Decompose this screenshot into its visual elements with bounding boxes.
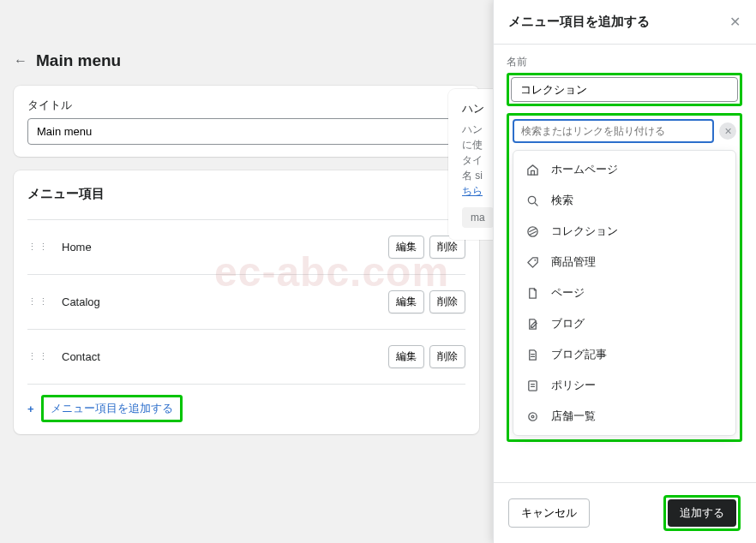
dropdown-option[interactable]: 店舗一覧 xyxy=(513,401,735,432)
cancel-button[interactable]: キャンセル xyxy=(508,498,590,528)
add-item-drawer: メニュー項目を追加する ✕ 名前 ✕ ホームページ 検索 コレクション 商品管理… xyxy=(493,0,756,543)
plus-icon: + xyxy=(27,403,34,415)
dropdown-option-label: ページ xyxy=(551,285,585,301)
name-field-label: 名前 xyxy=(507,55,742,69)
page-title: Main menu xyxy=(36,51,121,70)
title-card: タイトル xyxy=(14,86,479,157)
dropdown-option-label: ブログ xyxy=(551,316,585,331)
menu-item-name: Home xyxy=(62,241,92,254)
title-label: タイトル xyxy=(27,98,465,113)
page-header: ← Main menu xyxy=(14,51,479,70)
svg-point-5 xyxy=(531,415,534,418)
dropdown-option-label: 検索 xyxy=(551,193,573,208)
dropdown-option[interactable]: 検索 xyxy=(513,185,735,216)
dropdown-option-label: ポリシー xyxy=(551,378,596,393)
delete-button[interactable]: 削除 xyxy=(429,290,465,313)
policy-icon xyxy=(525,379,539,392)
delete-button[interactable]: 削除 xyxy=(429,345,465,368)
menu-item-row: ⋮⋮ Contact 編集 削除 xyxy=(27,329,465,384)
add-menu-item-label[interactable]: メニュー項目を追加する xyxy=(51,402,173,415)
dropdown-option-label: 商品管理 xyxy=(551,254,596,270)
handle-text-3: タイ xyxy=(462,154,483,166)
dropdown-option-label: ホームページ xyxy=(551,162,618,177)
dropdown-option[interactable]: ホームページ xyxy=(513,154,735,185)
menu-item-name: Catalog xyxy=(62,295,100,308)
menu-item-row: ⋮⋮ Home 編集 削除 xyxy=(27,219,465,274)
drag-handle-icon[interactable]: ⋮⋮ xyxy=(27,351,50,362)
clear-icon[interactable]: ✕ xyxy=(719,122,736,140)
handle-text-4: 名 si xyxy=(462,170,483,182)
svg-point-2 xyxy=(534,259,536,260)
handle-badge: ma xyxy=(462,207,494,228)
link-search-input[interactable] xyxy=(513,119,714,143)
edit-button[interactable]: 編集 xyxy=(388,290,424,313)
svg-point-0 xyxy=(528,196,535,203)
link-dropdown: ホームページ 検索 コレクション 商品管理 ページ ブログ ブログ記事 ポリシー… xyxy=(513,150,736,436)
submit-button[interactable]: 追加する xyxy=(668,499,736,527)
dropdown-option[interactable]: コレクション xyxy=(513,216,735,247)
menu-section-title: メニュー項目 xyxy=(27,182,465,202)
svg-point-4 xyxy=(528,412,536,420)
edit-button[interactable]: 編集 xyxy=(388,345,424,368)
dropdown-option[interactable]: ポリシー xyxy=(513,370,735,401)
handle-text-1: ハン xyxy=(462,123,483,135)
name-input[interactable] xyxy=(511,77,738,102)
price-icon xyxy=(525,256,539,269)
post-icon xyxy=(525,349,539,361)
search-icon xyxy=(525,194,539,207)
menu-item-name: Contact xyxy=(62,350,100,363)
handle-link[interactable]: ちら xyxy=(462,185,483,197)
dropdown-option-label: コレクション xyxy=(551,224,618,239)
edit-button[interactable]: 編集 xyxy=(388,236,424,259)
page-icon xyxy=(525,287,539,300)
dropdown-option[interactable]: 商品管理 xyxy=(513,247,735,277)
close-icon[interactable]: ✕ xyxy=(729,14,741,30)
menu-item-row: ⋮⋮ Catalog 編集 削除 xyxy=(27,274,465,329)
dropdown-option-label: 店舗一覧 xyxy=(551,409,596,424)
tag-icon xyxy=(525,225,539,238)
drag-handle-icon[interactable]: ⋮⋮ xyxy=(27,296,50,307)
menu-items-card: メニュー項目 ⋮⋮ Home 編集 削除 ⋮⋮ Catalog 編集 削除 ⋮⋮… xyxy=(14,170,479,434)
svg-rect-3 xyxy=(528,380,536,390)
title-input[interactable] xyxy=(27,118,465,145)
store-icon xyxy=(525,410,539,423)
handle-text-2: に使 xyxy=(462,139,483,151)
blog-icon xyxy=(525,318,539,331)
drawer-title: メニュー項目を追加する xyxy=(508,14,650,30)
dropdown-option-label: ブログ記事 xyxy=(551,347,607,362)
dropdown-option[interactable]: ブログ xyxy=(513,308,735,339)
add-menu-item-row[interactable]: + メニュー項目を追加する xyxy=(27,384,465,426)
dropdown-option[interactable]: ページ xyxy=(513,277,735,308)
dropdown-option[interactable]: ブログ記事 xyxy=(513,339,735,370)
drag-handle-icon[interactable]: ⋮⋮ xyxy=(27,242,50,253)
home-icon xyxy=(525,164,539,176)
back-arrow-icon[interactable]: ← xyxy=(14,53,27,69)
